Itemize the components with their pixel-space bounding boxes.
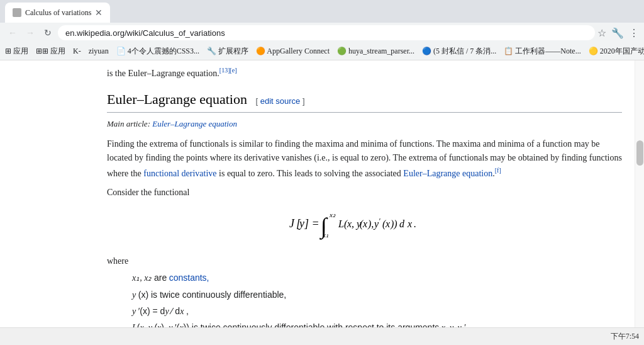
- navigation-bar: ← → ↻ ☆ 🔧 ⋮: [0, 23, 644, 43]
- edit-source-anchor[interactable]: edit source: [260, 96, 301, 106]
- intro-text: is the Euler–Lagrange equation.: [107, 69, 219, 78]
- where-label: where: [107, 254, 622, 268]
- bookmark-appgallery[interactable]: 🟠 AppGallery Connect: [256, 47, 330, 56]
- back-button[interactable]: ←: [5, 25, 20, 40]
- svg-text:)): )): [390, 218, 397, 230]
- functional-derivative-link[interactable]: functional derivative: [143, 168, 216, 178]
- svg-text:.: .: [414, 218, 416, 229]
- math-formula-main: J [ y ] = ∫ x₂ x₁ L ( x, y ( x ), y ′ (: [107, 207, 622, 247]
- intro-refs: [13][e]: [219, 67, 237, 74]
- bookmark-css3[interactable]: 📄 4个令人震撼的CSS3...: [116, 46, 199, 57]
- para1-ref: [f]: [495, 167, 501, 174]
- address-bar[interactable]: [58, 25, 595, 40]
- bottom-taskbar: 下午7:54: [0, 327, 644, 345]
- bookmark-ziyuan[interactable]: ziyuan: [89, 47, 109, 56]
- section-title-text: Euler–Lagrange equation: [107, 91, 247, 107]
- forward-button[interactable]: →: [23, 25, 38, 40]
- svg-text:x₂: x₂: [329, 211, 336, 218]
- svg-text:),: ),: [367, 218, 374, 230]
- browser-chrome: Calculus of variations ✕ ← → ↻ ☆ 🔧 ⋮ ⊞ 应…: [0, 0, 644, 60]
- scrollbar[interactable]: [635, 60, 644, 327]
- def-item-3: y ′(x) = dy ∕ dx ,: [132, 304, 622, 319]
- extension-icon[interactable]: 🔧: [611, 27, 624, 39]
- paragraph-1: Finding the extrema of functionals is si…: [107, 137, 622, 181]
- tab-close-button[interactable]: ✕: [95, 8, 103, 18]
- main-article-prefix: Main article:: [107, 119, 150, 128]
- def-item-2: y (x) is twice continuously differentiab…: [132, 288, 622, 302]
- bookmark-huya[interactable]: 🟢 huya_stream_parser...: [337, 47, 414, 56]
- tab-title: Calculus of variations: [25, 8, 91, 18]
- bookmark-note[interactable]: 📋 工作利器——Note...: [504, 46, 580, 57]
- svg-text:] =: ] =: [304, 217, 319, 230]
- edit-source-link[interactable]: [ edit source ]: [255, 96, 304, 106]
- tab-bar: Calculus of variations ✕: [0, 0, 644, 23]
- menu-icon[interactable]: ⋮: [629, 27, 639, 39]
- star-icon[interactable]: ☆: [597, 27, 606, 39]
- euler-lagrange-link-text[interactable]: Euler–Lagrange equation: [403, 168, 492, 178]
- scrollbar-thumb[interactable]: [636, 140, 643, 166]
- wiki-content: is the Euler–Lagrange equation.[13][e] E…: [0, 60, 635, 327]
- edit-bracket-open: [: [255, 96, 260, 106]
- constants-link[interactable]: constants,: [169, 273, 209, 283]
- svg-text:x: x: [407, 218, 412, 229]
- bookmark-mail[interactable]: 🔵 (5 封私信 / 7 条消...: [422, 46, 496, 57]
- svg-text:′: ′: [379, 217, 380, 225]
- svg-text:y: y: [298, 217, 304, 230]
- svg-text:L: L: [338, 218, 344, 229]
- def-item-1: x₁, x₂ are constants,: [132, 271, 622, 285]
- svg-text:J: J: [289, 217, 295, 230]
- svg-text:x: x: [362, 218, 367, 229]
- intro-partial: is the Euler–Lagrange equation.[13][e]: [107, 65, 622, 81]
- taskbar-time: 下午7:54: [611, 331, 639, 342]
- browser-icons: ☆ 🔧 ⋮: [597, 27, 639, 39]
- content-area: is the Euler–Lagrange equation.[13][e] E…: [0, 60, 644, 327]
- svg-text:d: d: [399, 218, 405, 229]
- svg-text:x: x: [385, 218, 390, 229]
- edit-bracket-close: ]: [300, 96, 304, 106]
- bookmark-apps[interactable]: ⊞ 应用: [5, 46, 28, 57]
- main-article-link[interactable]: Euler–Lagrange equation: [152, 119, 237, 128]
- active-tab[interactable]: Calculus of variations ✕: [5, 3, 110, 23]
- bookmark-apps2[interactable]: ⊞⊞ 应用: [36, 46, 65, 57]
- integral-formula-svg: J [ y ] = ∫ x₂ x₁ L ( x, y ( x ), y ′ (: [283, 207, 447, 242]
- bookmark-ext[interactable]: 🔧 扩展程序: [207, 46, 248, 57]
- bookmark-k[interactable]: K-: [73, 47, 81, 56]
- section-heading: Euler–Lagrange equation [ edit source ]: [107, 88, 622, 113]
- para1-text2: is equal to zero. This leads to solving …: [219, 168, 401, 178]
- bookmark-anime[interactable]: 🟡 2020年国产动漫《...: [589, 46, 644, 57]
- tab-favicon: [13, 8, 21, 17]
- definition-list: x₁, x₂ are constants, y (x) is twice con…: [132, 271, 622, 327]
- bookmarks-bar: ⊞ 应用 ⊞⊞ 应用 K- ziyuan 📄 4个令人震撼的CSS3... 🔧 …: [0, 43, 644, 60]
- refresh-button[interactable]: ↻: [40, 25, 55, 40]
- svg-text:x₁: x₁: [322, 231, 328, 239]
- def-item-4: L(x, y (x), y ′(x)) is twice continuousl…: [132, 320, 622, 327]
- consider-text: Consider the functional: [107, 186, 622, 200]
- main-article-ref: Main article: Euler–Lagrange equation: [107, 118, 622, 131]
